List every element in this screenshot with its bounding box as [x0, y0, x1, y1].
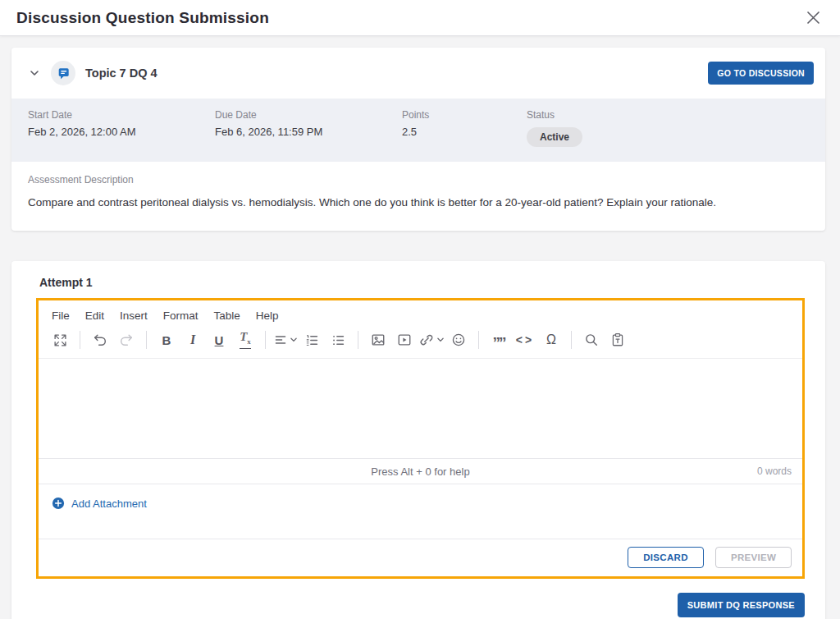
assessment-description-text: Compare and contrast peritoneal dialysis…	[28, 196, 809, 209]
start-date-label: Start Date	[28, 109, 215, 121]
search-icon[interactable]	[580, 329, 603, 351]
toolbar-separator	[358, 331, 358, 349]
blockquote-icon[interactable]: ””	[487, 329, 510, 351]
toolbar-separator	[478, 331, 479, 349]
align-left-icon[interactable]	[274, 329, 297, 351]
go-to-discussion-button[interactable]: GO TO DISCUSSION	[708, 62, 814, 85]
menu-table[interactable]: Table	[214, 310, 240, 322]
assessment-info-strip: Start Date Feb 2, 2026, 12:00 AM Due Dat…	[11, 99, 825, 162]
plus-circle-icon	[52, 497, 65, 510]
start-date-value: Feb 2, 2026, 12:00 AM	[28, 126, 215, 138]
add-attachment-link[interactable]: Add Attachment	[52, 497, 147, 510]
assessment-description-label: Assessment Description	[28, 174, 809, 186]
attempt-label: Attempt 1	[39, 276, 805, 289]
menu-format[interactable]: Format	[163, 310, 199, 322]
status-field: Status Active	[527, 109, 582, 147]
editor-help-text: Press Alt + 0 for help	[371, 465, 469, 478]
redo-icon[interactable]	[115, 329, 138, 351]
status-badge: Active	[527, 127, 582, 147]
toolbar-separator	[571, 331, 572, 349]
points-label: Points	[402, 109, 527, 121]
assessment-description-block: Assessment Description Compare and contr…	[11, 162, 825, 231]
modal-header: Discussion Question Submission	[0, 0, 840, 36]
attachment-row: Add Attachment	[39, 484, 802, 539]
chevron-down-icon[interactable]	[25, 63, 44, 83]
due-date-field: Due Date Feb 6, 2026, 11:59 PM	[215, 109, 402, 147]
due-date-value: Feb 6, 2026, 11:59 PM	[215, 126, 402, 138]
bold-icon[interactable]: B	[155, 329, 178, 351]
points-field: Points 2.5	[402, 109, 527, 147]
editor-actions-row: DISCARD PREVIEW	[39, 539, 802, 576]
preview-button[interactable]: PREVIEW	[715, 547, 792, 568]
due-date-label: Due Date	[215, 109, 402, 121]
start-date-field: Start Date Feb 2, 2026, 12:00 AM	[28, 109, 215, 147]
submit-row: SUBMIT DQ RESPONSE	[36, 579, 805, 619]
attempt-card: Attempt 1 File Edit Insert Format Table …	[11, 261, 825, 619]
menu-insert[interactable]: Insert	[120, 310, 148, 322]
word-count: 0 words	[757, 465, 792, 477]
toolbar-separator	[80, 331, 80, 349]
close-icon[interactable]	[802, 7, 824, 29]
toolbar-separator	[265, 331, 266, 349]
editor-toolbar: B I U Tx	[39, 324, 802, 359]
modal-body: Topic 7 DQ 4 GO TO DISCUSSION Start Date…	[0, 36, 840, 619]
submit-dq-response-button[interactable]: SUBMIT DQ RESPONSE	[678, 593, 805, 617]
topic-card: Topic 7 DQ 4 GO TO DISCUSSION Start Date…	[11, 48, 825, 231]
topic-header-row: Topic 7 DQ 4 GO TO DISCUSSION	[11, 48, 825, 99]
page-title: Discussion Question Submission	[16, 9, 269, 27]
special-character-icon[interactable]: Ω	[540, 329, 563, 351]
menu-edit[interactable]: Edit	[85, 310, 104, 322]
points-value: 2.5	[402, 126, 527, 138]
menu-help[interactable]: Help	[256, 310, 279, 322]
fullscreen-icon[interactable]	[48, 329, 71, 351]
bullet-list-icon[interactable]	[326, 329, 349, 351]
topic-title: Topic 7 DQ 4	[85, 66, 708, 80]
editor-menubar: File Edit Insert Format Table Help	[39, 300, 802, 324]
status-label: Status	[527, 109, 582, 121]
undo-icon[interactable]	[89, 329, 112, 351]
rich-text-editor: File Edit Insert Format Table Help	[36, 298, 805, 579]
add-attachment-label: Add Attachment	[71, 497, 147, 510]
italic-icon[interactable]: I	[181, 329, 204, 351]
link-icon[interactable]	[419, 329, 444, 351]
media-icon[interactable]	[393, 329, 416, 351]
clear-formatting-icon[interactable]: Tx	[234, 329, 257, 351]
numbered-list-icon[interactable]	[300, 329, 323, 351]
image-icon[interactable]	[367, 329, 390, 351]
menu-file[interactable]: File	[52, 310, 70, 322]
code-icon[interactable]: <>	[514, 329, 536, 351]
toolbar-separator	[146, 331, 147, 349]
emoji-icon[interactable]	[447, 329, 470, 351]
discard-button[interactable]: DISCARD	[628, 547, 704, 568]
discussion-bubble-icon	[51, 61, 75, 85]
paste-icon[interactable]	[606, 329, 629, 351]
editor-statusbar: Press Alt + 0 for help 0 words	[39, 458, 802, 484]
underline-icon[interactable]: U	[208, 329, 231, 351]
editor-content-area[interactable]	[39, 359, 802, 458]
